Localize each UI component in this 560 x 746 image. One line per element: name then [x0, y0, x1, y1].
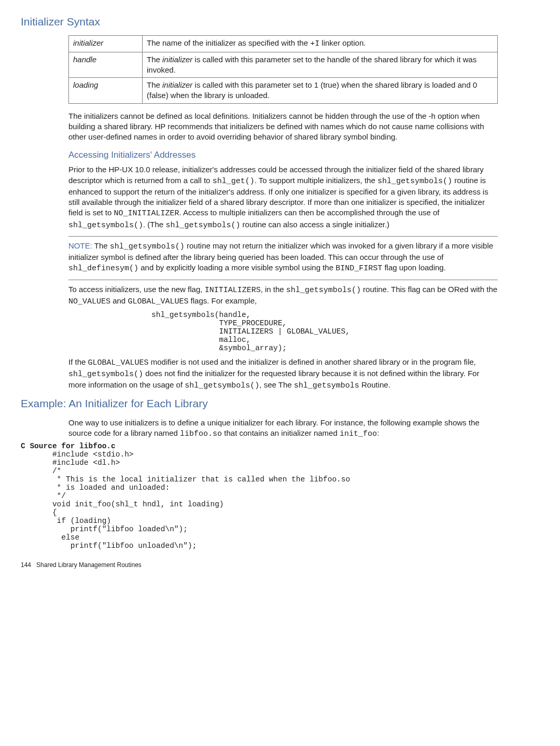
page-number: 144: [21, 561, 31, 569]
inline-code: INITIALIZERS: [205, 286, 261, 295]
inline-code: shl_getsymbols(): [68, 221, 143, 230]
inline-code: shl_definesym(): [68, 264, 138, 273]
text: The: [92, 241, 110, 250]
section-heading: Initializer Syntax: [21, 15, 498, 29]
text: , in the: [261, 285, 286, 294]
code-heading: C Source for libfoo.c: [21, 442, 116, 450]
param-desc: The name of the initializer as specified…: [143, 36, 498, 52]
inline-code: shl_get(): [213, 177, 255, 186]
code-body: #include <stdio.h> #include <dl.h> /* * …: [21, 450, 350, 549]
text: and by explicitly loading a more visible…: [138, 263, 335, 272]
note-paragraph: NOTE: The shl_getsymbols() routine may n…: [68, 241, 498, 274]
text: is called with this parameter set to 1 (…: [147, 80, 477, 100]
divider: [68, 280, 498, 280]
table-row: initializer The name of the initializer …: [69, 36, 498, 52]
text: modifier is not used and the initializer…: [149, 357, 476, 366]
param-name: loading: [69, 78, 143, 104]
paragraph: Prior to the HP-UX 10.0 release, initial…: [68, 164, 498, 231]
paragraph: One way to use initializers is to define…: [68, 418, 498, 440]
text: is called with this parameter set to the…: [147, 55, 477, 74]
param-name: handle: [69, 52, 143, 78]
divider: [68, 236, 498, 237]
code-listing: C Source for libfoo.c #include <stdio.h>…: [21, 443, 498, 550]
page-footer: 144 Shared Library Management Routines: [21, 561, 498, 569]
text: The: [147, 55, 162, 64]
code-block: shl_getsymbols(handle, TYPE_PROCEDURE, I…: [151, 311, 498, 353]
inline-code: NO_INITIALIZER: [114, 209, 179, 218]
syntax-table: initializer The name of the initializer …: [68, 35, 498, 103]
inline-code: shl_getsymbols(): [377, 177, 452, 186]
inline-code: shl_getsymbols(): [286, 286, 361, 295]
paragraph: To access initializers, use the new flag…: [68, 284, 498, 308]
inline-code: NO_VALUES: [68, 297, 110, 306]
text: . (The: [143, 220, 165, 229]
section-heading: Example: An Initializer for Each Library: [21, 396, 498, 411]
text: that contains an initializer named: [222, 429, 340, 437]
text: . Access to multiple initializers can th…: [179, 208, 440, 217]
text: , see The: [259, 380, 293, 389]
inline-code: shl_getsymbols(): [185, 381, 259, 390]
text: and: [110, 296, 128, 305]
text: linker option.: [319, 38, 366, 47]
inline-code: shl_getsymbols(): [68, 370, 143, 379]
paragraph: The initializers cannot be defined as lo…: [68, 111, 498, 143]
param-name: initializer: [69, 36, 143, 52]
text: :: [377, 429, 379, 437]
emphasis: initializer: [162, 55, 192, 64]
text: Routine.: [359, 380, 390, 389]
inline-code: GLOBAL_VALUES: [128, 297, 188, 306]
chapter-title: Shared Library Management Routines: [36, 561, 142, 569]
note-label: NOTE:: [68, 241, 92, 250]
inline-code: +I: [310, 39, 319, 48]
inline-code: shl_getsymbols(): [110, 242, 185, 251]
param-desc: The initializer is called with this para…: [143, 78, 498, 104]
inline-code: shl_getsymbols: [294, 381, 359, 390]
inline-code: shl_getsymbols(): [165, 221, 240, 230]
inline-code: libfoo.so: [180, 430, 222, 438]
text: . To support multiple initializers, the: [255, 176, 377, 185]
subsection-heading: Accessing Initializers' Addresses: [68, 149, 498, 161]
text: flag upon loading.: [382, 263, 446, 272]
paragraph: If the GLOBAL_VALUES modifier is not use…: [68, 357, 498, 392]
text: flags. For example,: [188, 296, 257, 305]
table-row: handle The initializer is called with th…: [69, 52, 498, 78]
text: routine. This flag can be ORed with the: [361, 285, 497, 294]
text: To access initializers, use the new flag…: [68, 285, 205, 294]
param-desc: The initializer is called with this para…: [143, 52, 498, 78]
text: routine can also access a single initial…: [240, 220, 389, 229]
inline-code: GLOBAL_VALUES: [88, 358, 149, 367]
emphasis: initializer: [162, 80, 192, 89]
inline-code: BIND_FIRST: [335, 264, 382, 273]
table-row: loading The initializer is called with t…: [69, 78, 498, 104]
text: The name of the initializer as specified…: [147, 38, 310, 47]
text: If the: [68, 357, 88, 366]
inline-code: init_foo: [340, 430, 377, 438]
text: The: [147, 80, 162, 89]
